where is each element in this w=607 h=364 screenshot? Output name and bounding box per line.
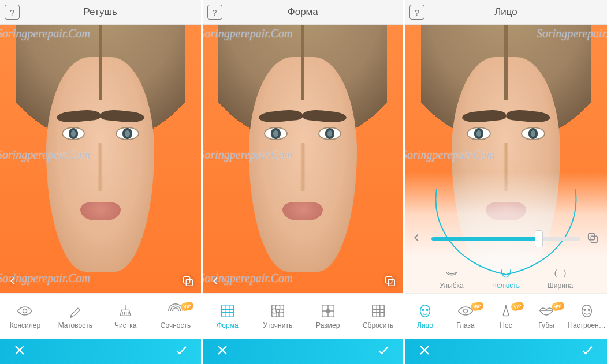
tool-label: Глаза bbox=[456, 321, 475, 329]
header-title: Ретушь bbox=[84, 6, 117, 18]
photo-canvas[interactable]: Soringperepair.Com Soringperepair.Com So… bbox=[0, 25, 201, 293]
help-button[interactable]: ? bbox=[207, 5, 222, 20]
check-icon bbox=[580, 343, 594, 357]
subtool-width[interactable]: Ширина bbox=[541, 267, 579, 290]
panel-shape: ? Форма Soringperepair.Com Soringperepai… bbox=[203, 0, 404, 364]
tool-refine[interactable]: Уточнить bbox=[258, 303, 298, 329]
smile-icon bbox=[444, 267, 459, 280]
face-placeholder bbox=[218, 25, 387, 293]
svg-point-14 bbox=[427, 309, 428, 310]
svg-point-15 bbox=[464, 309, 468, 313]
header-title: Лицо bbox=[494, 6, 517, 18]
jaw-icon bbox=[498, 267, 513, 280]
vip-badge: VIP bbox=[511, 301, 524, 311]
tool-shape[interactable]: Форма bbox=[207, 303, 248, 329]
back-arrow-icon[interactable] bbox=[7, 275, 20, 290]
slider-row bbox=[405, 230, 607, 248]
photo-canvas[interactable]: Soringperepair.Com Soringperepair.Com So… bbox=[203, 25, 404, 293]
tool-eyes[interactable]: VIP Глаза bbox=[445, 303, 486, 329]
svg-point-17 bbox=[584, 309, 585, 310]
tool-face[interactable]: Лицо bbox=[405, 303, 445, 329]
tool-matte[interactable]: Матовость bbox=[55, 303, 95, 329]
subtool-label: Ширина bbox=[548, 282, 573, 290]
apply-button[interactable] bbox=[377, 343, 390, 359]
app-row: ? Ретушь Soringperepair.Com Soringperepa… bbox=[0, 0, 607, 364]
grid-reset-icon bbox=[370, 303, 386, 318]
svg-point-18 bbox=[589, 309, 590, 310]
compare-icon[interactable] bbox=[383, 275, 396, 290]
confirm-bar bbox=[203, 339, 404, 364]
tool-label: Сбросить bbox=[363, 321, 393, 329]
header-title: Форма bbox=[288, 6, 318, 18]
subtool-jaw[interactable]: Челюсть bbox=[487, 267, 525, 290]
grid-icon bbox=[219, 303, 236, 318]
canvas-overlay-nav bbox=[203, 275, 404, 290]
header: ? Ретушь bbox=[0, 0, 201, 25]
svg-rect-9 bbox=[372, 305, 383, 316]
tool-row: Лицо VIP Глаза VIP Нос VIP Губы Настроен… bbox=[405, 293, 607, 339]
cancel-button[interactable] bbox=[13, 343, 27, 359]
svg-point-12 bbox=[420, 305, 430, 316]
face-icon bbox=[417, 303, 433, 318]
mood-icon bbox=[579, 303, 595, 318]
tool-concealer[interactable]: Консилер bbox=[5, 303, 45, 329]
sub-tool-row: Улыбка Челюсть Ширина bbox=[405, 267, 607, 290]
eye-icon bbox=[17, 303, 33, 318]
back-arrow-icon[interactable] bbox=[411, 231, 426, 246]
grid-size-icon bbox=[320, 303, 336, 318]
back-arrow-icon[interactable] bbox=[210, 275, 222, 290]
tool-label: Матовость bbox=[58, 321, 92, 329]
panel-retouch: ? Ретушь Soringperepair.Com Soringperepa… bbox=[0, 0, 201, 364]
slider-thumb[interactable] bbox=[535, 230, 543, 247]
apply-button[interactable] bbox=[580, 343, 594, 359]
tool-size[interactable]: Размер bbox=[308, 303, 348, 329]
help-button[interactable]: ? bbox=[5, 5, 20, 20]
confirm-bar bbox=[405, 339, 607, 364]
svg-rect-6 bbox=[272, 305, 284, 316]
canvas-overlay-nav bbox=[0, 275, 201, 290]
jaw-edit-overlay: Улыбка Челюсть Ширина bbox=[405, 172, 607, 293]
vip-badge: VIP bbox=[180, 301, 194, 311]
intensity-slider[interactable] bbox=[431, 237, 580, 241]
photo-canvas[interactable]: Soringperepair.Com Soringperepair.Com bbox=[405, 25, 607, 293]
tool-vibrance[interactable]: VIP Сочность bbox=[155, 303, 196, 329]
compare-icon[interactable] bbox=[181, 275, 194, 290]
tool-label: Лицо bbox=[417, 321, 433, 329]
tool-clean[interactable]: Чистка bbox=[105, 303, 146, 329]
tool-label: Форма bbox=[217, 321, 238, 329]
vip-badge: VIP bbox=[551, 301, 565, 311]
tool-mood[interactable]: Настроен… bbox=[567, 303, 607, 329]
svg-rect-5 bbox=[222, 305, 233, 316]
tool-label: Настроен… bbox=[568, 321, 605, 329]
tool-label: Размер bbox=[316, 321, 340, 329]
close-icon bbox=[215, 343, 229, 357]
confirm-bar bbox=[0, 339, 201, 364]
svg-point-2 bbox=[23, 309, 27, 313]
tool-label: Консилер bbox=[10, 321, 40, 329]
tool-label: Губы bbox=[538, 321, 554, 329]
svg-point-16 bbox=[582, 305, 592, 316]
tool-label: Сочность bbox=[161, 321, 191, 329]
close-icon bbox=[418, 343, 431, 357]
close-icon bbox=[13, 343, 27, 357]
subtool-smile[interactable]: Улыбка bbox=[433, 267, 471, 290]
tool-nose[interactable]: VIP Нос bbox=[486, 303, 526, 329]
tool-lips[interactable]: VIP Губы bbox=[526, 303, 567, 329]
compare-icon[interactable] bbox=[586, 231, 601, 246]
tool-reset[interactable]: Сбросить bbox=[358, 303, 399, 329]
subtool-label: Улыбка bbox=[440, 282, 464, 290]
vip-badge: VIP bbox=[470, 301, 484, 311]
header: ? Форма bbox=[203, 0, 404, 25]
check-icon bbox=[174, 343, 188, 357]
broom-icon bbox=[117, 303, 133, 318]
face-placeholder bbox=[16, 25, 185, 293]
cancel-button[interactable] bbox=[215, 343, 229, 359]
tool-label: Чистка bbox=[114, 321, 136, 329]
apply-button[interactable] bbox=[174, 343, 188, 359]
help-button[interactable]: ? bbox=[409, 5, 424, 20]
header: ? Лицо bbox=[405, 0, 607, 25]
tool-row: Форма Уточнить Размер Сбросить bbox=[203, 293, 404, 339]
brush-icon bbox=[67, 303, 83, 318]
subtool-label: Челюсть bbox=[492, 282, 520, 290]
cancel-button[interactable] bbox=[418, 343, 431, 359]
